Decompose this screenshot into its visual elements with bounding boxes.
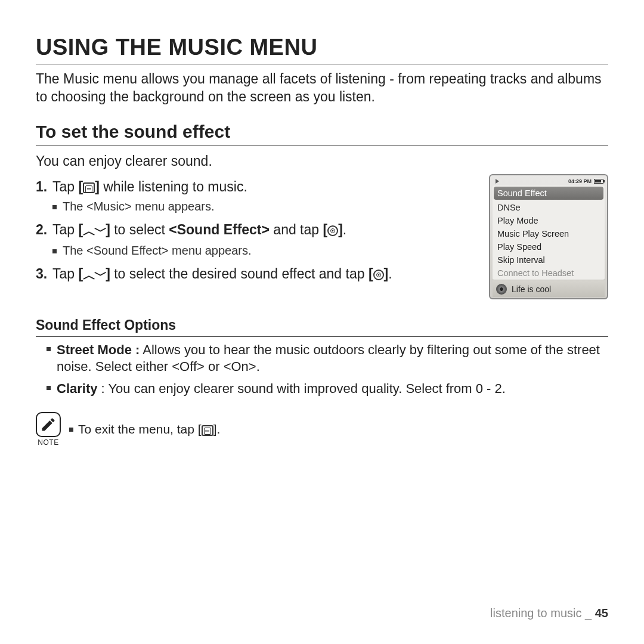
bullet-icon bbox=[69, 428, 73, 432]
disc-icon bbox=[496, 284, 507, 295]
device-menu-item: DNSe bbox=[493, 201, 605, 214]
bullet-icon bbox=[47, 347, 51, 351]
note-block: NOTE To exit the menu, tap []. bbox=[36, 412, 608, 447]
option-label: Clarity bbox=[57, 381, 97, 396]
device-menu-item: Music Play Screen bbox=[493, 227, 605, 240]
menu-icon bbox=[202, 425, 213, 436]
step-1: 1. Tap [] while listening to music. bbox=[36, 178, 479, 196]
footer-page-number: 45 bbox=[595, 606, 608, 620]
device-menu-item: Play Mode bbox=[493, 214, 605, 227]
step-text: Tap bbox=[52, 179, 78, 194]
bullet-icon bbox=[47, 386, 51, 390]
device-time: 04:29 PM bbox=[568, 178, 592, 184]
device-menu-item: Play Speed bbox=[493, 240, 605, 253]
device-menu-item-disabled: Connect to Headset bbox=[493, 267, 605, 280]
select-icon bbox=[327, 225, 338, 236]
section-intro: You can enjoy clearer sound. bbox=[36, 153, 608, 169]
step-text: . bbox=[343, 222, 346, 237]
section-heading: To set the sound effect bbox=[36, 122, 608, 146]
device-screenshot: 04:29 PM Sound Effect DNSe Play Mode Mus… bbox=[489, 174, 608, 299]
note-body: . bbox=[216, 422, 220, 436]
bullet-icon bbox=[52, 205, 57, 209]
sub-text: The <Music> menu appears. bbox=[63, 200, 215, 213]
select-icon bbox=[373, 270, 384, 280]
step-text: . bbox=[388, 266, 392, 281]
steps-list: 1. Tap [] while listening to music. The … bbox=[36, 178, 479, 287]
footer-section: listening to music _ bbox=[490, 606, 595, 620]
option-label: Street Mode : bbox=[57, 342, 140, 357]
note-icon-wrap: NOTE bbox=[36, 412, 61, 447]
step-2-sub: The <Sound Effect> menu appears. bbox=[52, 244, 479, 258]
note-pencil-icon bbox=[36, 412, 61, 437]
step-number: 1. bbox=[36, 178, 52, 196]
sub-text: The <Sound Effect> menu appears. bbox=[63, 244, 252, 258]
device-menu-item-selected: Sound Effect bbox=[494, 187, 603, 200]
step-text: and tap bbox=[270, 222, 323, 237]
option-street-mode: Street Mode : Allows you to hear the mus… bbox=[47, 342, 608, 376]
note-text: To exit the menu, tap []. bbox=[69, 422, 220, 436]
step-text: while listening to music. bbox=[100, 179, 247, 194]
options-heading: Sound Effect Options bbox=[36, 317, 608, 337]
page-footer: listening to music _ 45 bbox=[490, 606, 608, 620]
step-text: to select bbox=[110, 222, 169, 237]
note-label: NOTE bbox=[36, 438, 61, 447]
battery-icon bbox=[594, 179, 603, 184]
up-down-icon: ︿﹀ bbox=[83, 267, 106, 284]
device-now-playing: Life is cool bbox=[493, 280, 605, 297]
step-3: 3. Tap [︿﹀] to select the desired sound … bbox=[36, 265, 479, 284]
device-status-bar: 04:29 PM bbox=[493, 178, 605, 185]
up-down-icon: ︿﹀ bbox=[83, 222, 106, 240]
step-text: Tap bbox=[52, 266, 78, 281]
bullet-icon bbox=[52, 249, 57, 253]
menu-icon bbox=[83, 182, 95, 193]
device-menu-item: Skip Interval bbox=[493, 253, 605, 267]
option-clarity: Clarity : You can enjoy clearer sound wi… bbox=[47, 380, 608, 398]
option-text: : You can enjoy clearer sound with impro… bbox=[97, 381, 505, 396]
step-number: 3. bbox=[36, 265, 52, 284]
page-title: USING THE MUSIC MENU bbox=[36, 35, 608, 64]
step-1-sub: The <Music> menu appears. bbox=[52, 200, 479, 213]
play-icon bbox=[496, 179, 499, 184]
step-text: Tap bbox=[52, 222, 78, 237]
step-text: to select the desired sound effect and t… bbox=[110, 266, 369, 281]
now-playing-title: Life is cool bbox=[512, 284, 551, 294]
intro-text: The Music menu allows you manage all fac… bbox=[36, 70, 608, 106]
step-2: 2. Tap [︿﹀] to select <Sound Effect> and… bbox=[36, 221, 479, 240]
sound-effect-label: <Sound Effect> bbox=[169, 222, 270, 237]
note-body: To exit the menu, tap bbox=[78, 422, 198, 436]
device-menu: Sound Effect DNSe Play Mode Music Play S… bbox=[493, 185, 605, 280]
step-number: 2. bbox=[36, 221, 52, 240]
